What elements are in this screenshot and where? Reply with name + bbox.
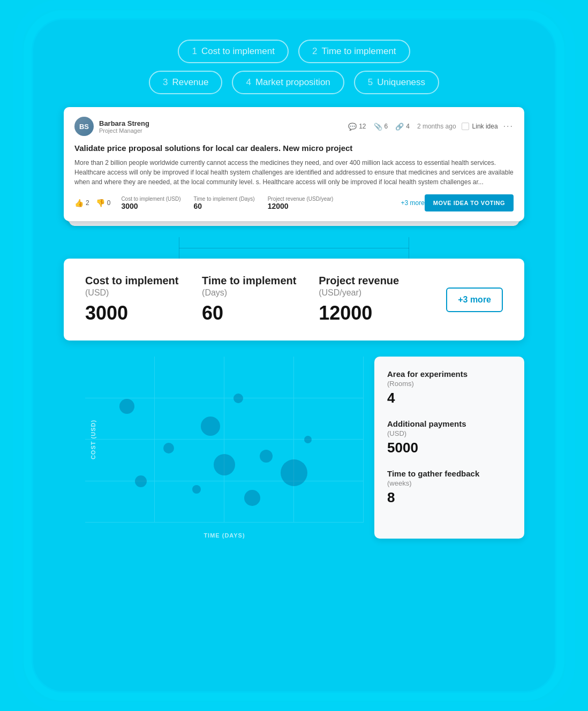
big-metric-value: 3000 <box>85 302 202 324</box>
metric-value: 12000 <box>268 202 334 210</box>
extra-metric-label: Time to gather feedback <box>387 469 511 478</box>
user-info: Barbara Streng Project Manager <box>99 119 343 134</box>
chart-grid <box>85 357 364 523</box>
big-metric-item: Cost to implement (USD) 3000 <box>85 275 202 324</box>
extra-metric-unit: (USD) <box>387 429 511 437</box>
big-metric-value: 12000 <box>319 302 435 324</box>
scatter-dot-2 <box>201 417 220 436</box>
avatar: BS <box>74 117 94 136</box>
chart-area: COST (USD) TIME (DAYS) Area for experime… <box>64 357 524 539</box>
big-metric-value: 60 <box>202 302 319 324</box>
user-role: Project Manager <box>99 127 343 134</box>
metrics-card: Cost to implement (USD) 3000 Time to imp… <box>64 259 524 341</box>
card-metrics: Cost to implement (USD) 3000 Time to imp… <box>121 196 395 210</box>
connector-horizontal <box>179 248 409 248</box>
card-meta: 💬 12 📎 6 🔗 4 2 months ago <box>348 123 456 131</box>
thumbs-up-icon: 👍 <box>74 199 84 207</box>
extra-metric-item: Additional payments (USD) 5000 <box>387 419 511 456</box>
main-container: 1 Cost to implement2 Time to implement 3… <box>32 18 556 693</box>
card-metric-item: Project revenue (USD/year) 12000 <box>268 196 334 210</box>
thumbs-down-icon: 👎 <box>96 199 105 207</box>
tag-label: Revenue <box>172 77 208 88</box>
vote-section: 👍 2 👎 0 <box>74 199 110 207</box>
extra-metric-label: Area for experiments <box>387 369 511 379</box>
idea-card: BS Barbara Streng Project Manager 💬 12 📎… <box>64 107 524 221</box>
tag-label: Market proposition <box>255 77 330 88</box>
big-metric-item: Time to implement (Days) 60 <box>202 275 319 324</box>
timestamp: 2 months ago <box>417 123 456 130</box>
comments-count: 💬 12 <box>348 123 366 131</box>
extra-metric-label: Additional payments <box>387 419 511 428</box>
card-stack-area: BS Barbara Streng Project Manager 💬 12 📎… <box>64 107 524 221</box>
big-metric-unit: (USD/year) <box>319 288 435 298</box>
scatter-dot-9 <box>304 436 312 443</box>
x-axis-label: TIME (DAYS) <box>203 532 245 539</box>
big-metric-unit: (Days) <box>202 288 319 298</box>
card-metric-item: Cost to implement (USD) 3000 <box>121 196 180 210</box>
card-title: Validate price proposal solutions for lo… <box>74 143 514 153</box>
tag-pill[interactable]: 3 Revenue <box>149 71 223 94</box>
x-axis: TIME (DAYS) <box>85 532 364 539</box>
card-footer: 👍 2 👎 0 Cost to implement (USD) 3000 Tim… <box>74 194 514 211</box>
card-description: More than 2 billion people worldwide cur… <box>74 158 514 187</box>
scatter-dot-4 <box>260 450 273 463</box>
extra-metric-item: Area for experiments (Rooms) 4 <box>387 369 511 406</box>
user-name: Barbara Streng <box>99 119 343 127</box>
scatter-chart: COST (USD) TIME (DAYS) <box>64 357 364 539</box>
metric-label: Cost to implement (USD) <box>121 196 180 202</box>
tag-number: 4 <box>246 77 251 88</box>
move-to-voting-button[interactable]: MOVE IDEA TO VOTING <box>425 194 514 211</box>
tag-pill[interactable]: 1 Cost to implement <box>178 40 288 63</box>
more-metrics-link[interactable]: +3 more <box>401 199 424 207</box>
big-metric-label: Time to implement <box>202 275 319 287</box>
extra-metric-value: 5000 <box>387 440 511 456</box>
extra-metric-unit: (Rooms) <box>387 380 511 388</box>
link-icon: 🔗 <box>395 123 404 131</box>
tag-number: 5 <box>368 77 373 88</box>
tag-number: 1 <box>192 46 197 57</box>
extra-metric-item: Time to gather feedback (weeks) 8 <box>387 469 511 506</box>
extra-metric-unit: (weeks) <box>387 479 511 487</box>
link-idea-button[interactable]: Link idea <box>462 123 498 130</box>
tags-row-2: 3 Revenue4 Market proposition5 Uniquenes… <box>149 71 439 94</box>
big-metric-label: Project revenue <box>319 275 435 287</box>
tag-label: Uniqueness <box>377 77 425 88</box>
connector-lines <box>64 237 524 259</box>
downvote-button[interactable]: 👎 0 <box>96 199 111 207</box>
tag-pill[interactable]: 4 Market proposition <box>232 71 344 94</box>
more-metrics-button[interactable]: +3 more <box>446 288 503 312</box>
tags-row-1: 1 Cost to implement2 Time to implement <box>178 40 410 63</box>
links-count: 🔗 4 <box>395 123 410 131</box>
scatter-dot-8 <box>244 490 260 506</box>
scatter-dot-0 <box>119 399 134 414</box>
connector-line-right <box>409 237 409 259</box>
extra-info-card: Area for experiments (Rooms) 4 Additiona… <box>374 357 524 539</box>
scatter-dot-3 <box>233 394 243 403</box>
extra-metric-value: 4 <box>387 390 511 406</box>
comment-icon: 💬 <box>348 123 357 131</box>
tags-section: 1 Cost to implement2 Time to implement 3… <box>64 40 524 94</box>
attachments-count: 📎 6 <box>374 123 388 131</box>
tag-number: 3 <box>163 77 168 88</box>
metric-label: Time to implement (Days) <box>194 196 255 202</box>
scatter-dot-10 <box>214 454 235 475</box>
link-checkbox[interactable] <box>462 123 469 130</box>
attachment-icon: 📎 <box>374 123 382 131</box>
card-metric-item: Time to implement (Days) 60 <box>194 196 255 210</box>
big-metric-item: Project revenue (USD/year) 12000 <box>319 275 435 324</box>
big-metric-label: Cost to implement <box>85 275 202 287</box>
scatter-dot-7 <box>192 485 201 494</box>
metric-label: Project revenue (USD/year) <box>268 196 334 202</box>
scatter-dot-5 <box>281 459 307 486</box>
more-options-button[interactable]: ··· <box>503 122 514 131</box>
tag-pill[interactable]: 2 Time to implement <box>298 40 410 63</box>
metric-value: 60 <box>194 202 255 210</box>
upvote-button[interactable]: 👍 2 <box>74 199 89 207</box>
metric-value: 3000 <box>121 202 180 210</box>
tag-pill[interactable]: 5 Uniqueness <box>354 71 439 94</box>
big-metric-unit: (USD) <box>85 288 202 298</box>
scatter-dots-container <box>85 357 364 523</box>
scatter-dot-1 <box>163 443 174 453</box>
scatter-dot-6 <box>135 475 147 487</box>
tag-label: Time to implement <box>321 46 396 57</box>
